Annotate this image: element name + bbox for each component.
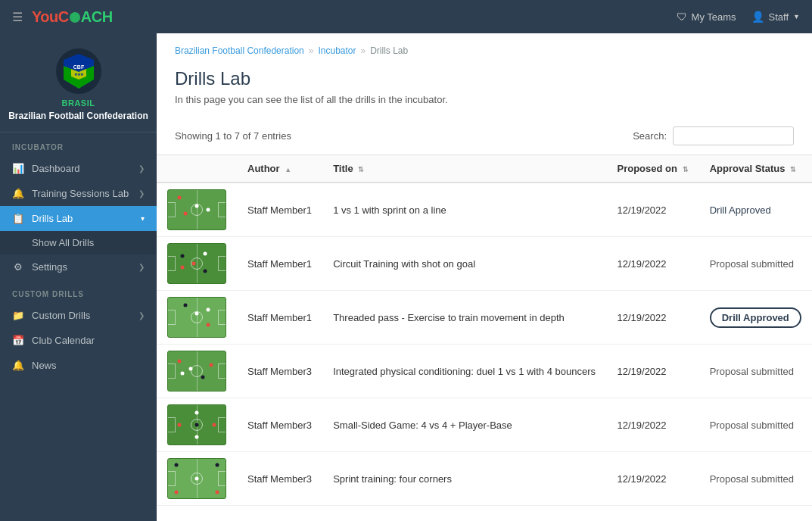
breadcrumb-incubator[interactable]: Incubator <box>318 45 356 56</box>
org-logo-area: CBF ★★★ BRASIL Brazilian Football Confed… <box>0 33 157 133</box>
drill-author: Staff Member1 <box>237 183 322 237</box>
col-approval-status[interactable]: Approval Status ⇅ <box>699 155 812 183</box>
chevron-right-icon: ❯ <box>138 263 145 271</box>
showing-text: Showing 1 to 7 of 7 entries <box>175 130 291 142</box>
sidebar-news-label: News <box>32 360 57 371</box>
nav-right: 🛡 My Teams 👤 Staff ▼ <box>677 11 800 23</box>
chevron-right-icon: ❯ <box>138 311 145 320</box>
drill-title: 1 vs 1 with sprint on a line <box>322 183 606 237</box>
table-header-row: Author ▲ Title ⇅ Proposed on ⇅ Approval … <box>157 155 812 183</box>
sidebar-item-news[interactable]: 🔔 News <box>0 353 157 378</box>
table-row[interactable]: Staff Member1Threaded pass - Exercise to… <box>157 291 812 345</box>
sort-author-icon: ▲ <box>285 166 291 173</box>
chevron-right-icon: ❯ <box>138 189 145 198</box>
drill-approval-status: Drill Approved <box>699 291 812 345</box>
table-row[interactable]: Staff Member3Integrated physical conditi… <box>157 345 812 398</box>
search-input[interactable] <box>673 126 794 145</box>
app-logo: YouCACH <box>32 8 113 26</box>
chevron-down-icon: ▼ <box>793 13 800 20</box>
drill-author: Staff Member3 <box>237 345 322 398</box>
my-teams-button[interactable]: 🛡 My Teams <box>677 11 736 23</box>
search-area: Search: <box>633 126 794 145</box>
drill-author: Staff Member3 <box>237 398 322 452</box>
org-name-short: BRASIL <box>62 98 95 108</box>
sidebar-section-custom-drills: CUSTOM DRILLS <box>0 279 157 303</box>
drill-approval-status: Proposal submitted <box>699 237 812 291</box>
drill-approval-status: Proposal submitted <box>699 345 812 398</box>
my-teams-label: My Teams <box>692 11 736 23</box>
table-controls: Showing 1 to 7 of 7 entries Search: <box>157 120 812 154</box>
breadcrumb: Brazilian Football Confederation » Incub… <box>157 33 812 56</box>
drill-thumbnail <box>157 183 237 237</box>
table-row[interactable]: Staff Member3Sprint training: four corne… <box>157 452 812 506</box>
sidebar-item-training-sessions-lab[interactable]: 🔔 Training Sessions Lab ❯ <box>0 181 157 206</box>
main-layout: CBF ★★★ BRASIL Brazilian Football Confed… <box>0 33 812 521</box>
drill-title: Integrated physical conditioning: duel 1… <box>322 345 606 398</box>
table-row[interactable]: Staff Member1Circuit Training with shot … <box>157 237 812 291</box>
sidebar-custom-drills-label: Custom Drills <box>32 310 90 321</box>
drill-approval-status: Proposal submitted <box>699 452 812 506</box>
sort-status-icon: ⇅ <box>790 166 796 173</box>
drill-thumbnail <box>157 291 237 345</box>
drill-title: Small-Sided Game: 4 vs 4 + Player-Base <box>322 398 606 452</box>
drill-proposed-on: 12/19/2022 <box>607 183 699 237</box>
drills-lab-icon: 📋 <box>12 213 24 224</box>
drill-proposed-on: 12/19/2022 <box>607 398 699 452</box>
sidebar-subitem-show-all-drills[interactable]: Show All Drills <box>0 231 157 254</box>
page-description: In this page you can see the list of all… <box>175 94 794 105</box>
calendar-icon: 📅 <box>12 335 24 346</box>
sidebar-item-dashboard[interactable]: 📊 Dashboard ❯ <box>0 156 157 181</box>
table-row[interactable]: Staff Member11 vs 1 with sprint on a lin… <box>157 183 812 237</box>
col-proposed-on[interactable]: Proposed on ⇅ <box>607 155 699 183</box>
svg-text:CBF: CBF <box>73 64 84 70</box>
user-icon: 👤 <box>751 11 764 23</box>
drill-title: Threaded pass - Exercise to train moveme… <box>322 291 606 345</box>
sort-title-icon: ⇅ <box>358 166 364 173</box>
col-thumb <box>157 155 237 183</box>
sidebar-settings-label: Settings <box>32 261 67 273</box>
custom-drills-icon: 📁 <box>12 310 24 321</box>
dashboard-icon: 📊 <box>12 163 24 174</box>
drill-approval-status: Drill Approved <box>699 183 812 237</box>
chevron-down-icon: ▾ <box>141 214 145 223</box>
sidebar-item-custom-drills[interactable]: 📁 Custom Drills ❯ <box>0 303 157 328</box>
sidebar-item-drills-lab[interactable]: 📋 Drills Lab ▾ <box>0 206 157 231</box>
chevron-right-icon: ❯ <box>138 164 145 173</box>
search-label: Search: <box>633 130 667 142</box>
col-author[interactable]: Author ▲ <box>237 155 322 183</box>
news-icon: 🔔 <box>12 360 24 371</box>
breadcrumb-sep-1: » <box>309 45 314 56</box>
sort-proposed-icon: ⇅ <box>683 166 689 173</box>
drill-title: Circuit Training with shot on goal <box>322 237 606 291</box>
drill-proposed-on: 12/19/2022 <box>607 291 699 345</box>
settings-icon: ⚙ <box>12 261 24 273</box>
top-navigation: ☰ YouCACH 🛡 My Teams 👤 Staff ▼ <box>0 0 812 33</box>
drills-table: Author ▲ Title ⇅ Proposed on ⇅ Approval … <box>157 154 812 506</box>
table-row[interactable]: Staff Member3Small-Sided Game: 4 vs 4 + … <box>157 398 812 452</box>
sidebar-item-settings[interactable]: ⚙ Settings ❯ <box>0 254 157 279</box>
drill-proposed-on: 12/19/2022 <box>607 452 699 506</box>
sidebar-training-label: Training Sessions Lab <box>32 188 129 199</box>
drill-thumbnail <box>157 452 237 506</box>
shield-icon: 🛡 <box>677 11 687 23</box>
svg-text:★★★: ★★★ <box>74 72 84 76</box>
sidebar-item-club-calendar[interactable]: 📅 Club Calendar <box>0 328 157 353</box>
col-title[interactable]: Title ⇅ <box>322 155 606 183</box>
page-title: Drills Lab <box>175 68 794 89</box>
page-header: Drills Lab In this page you can see the … <box>157 56 812 120</box>
breadcrumb-org[interactable]: Brazilian Football Confederation <box>175 45 304 56</box>
drill-author: Staff Member1 <box>237 237 322 291</box>
drill-approval-status: Proposal submitted <box>699 398 812 452</box>
staff-menu[interactable]: 👤 Staff ▼ <box>751 11 800 23</box>
drill-thumbnail <box>157 237 237 291</box>
staff-label: Staff <box>769 11 789 23</box>
nav-left: ☰ YouCACH <box>12 8 113 26</box>
sidebar-section-incubator: INCUBATOR <box>0 133 157 156</box>
breadcrumb-sep-2: » <box>361 45 366 56</box>
hamburger-icon[interactable]: ☰ <box>12 10 23 24</box>
drill-author: Staff Member3 <box>237 452 322 506</box>
drill-thumbnail <box>157 345 237 398</box>
breadcrumb-current: Drills Lab <box>370 45 408 56</box>
drill-thumbnail <box>157 398 237 452</box>
drill-title: Sprint training: four corners <box>322 452 606 506</box>
